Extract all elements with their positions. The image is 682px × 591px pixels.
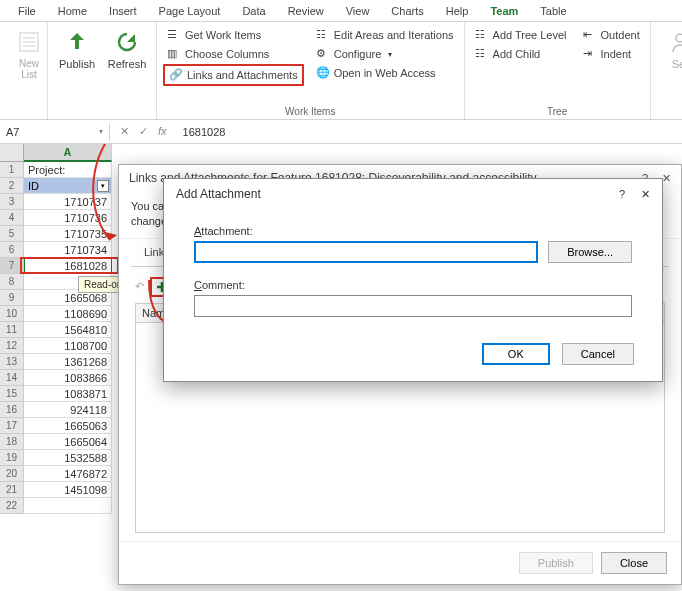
- menu-team[interactable]: Team: [480, 2, 528, 20]
- menu-pagelayout[interactable]: Page Layout: [149, 2, 231, 20]
- select-button: Sel: [657, 26, 682, 72]
- choose-columns-button[interactable]: ▥Choose Columns: [163, 45, 304, 63]
- menu-bar: File Home Insert Page Layout Data Review…: [0, 0, 682, 22]
- data-cell[interactable]: 1665063: [24, 418, 112, 434]
- row-header[interactable]: 21: [0, 482, 24, 498]
- data-cell[interactable]: 1710736: [24, 210, 112, 226]
- accept-formula-icon[interactable]: ✓: [139, 125, 148, 138]
- fx-icon[interactable]: fx: [158, 125, 167, 138]
- refresh-button[interactable]: Refresh: [104, 26, 150, 72]
- new-list-icon: [15, 28, 43, 56]
- undo-icon: ↶: [135, 280, 144, 293]
- menu-data[interactable]: Data: [232, 2, 275, 20]
- row-header[interactable]: 9: [0, 290, 24, 306]
- new-list-button: New List: [6, 26, 52, 82]
- row-header[interactable]: 16: [0, 402, 24, 418]
- menu-charts[interactable]: Charts: [381, 2, 433, 20]
- cancel-formula-icon[interactable]: ✕: [120, 125, 129, 138]
- row-header[interactable]: 1: [0, 162, 24, 178]
- data-cell[interactable]: 1476872: [24, 466, 112, 482]
- close-icon[interactable]: ✕: [641, 188, 650, 201]
- data-cell[interactable]: 1710734: [24, 242, 112, 258]
- data-cell[interactable]: 1710737: [24, 194, 112, 210]
- data-cell[interactable]: 1665064: [24, 434, 112, 450]
- chevron-down-icon[interactable]: ▾: [99, 127, 103, 136]
- data-cell[interactable]: 1532588: [24, 450, 112, 466]
- menu-review[interactable]: Review: [278, 2, 334, 20]
- menu-file[interactable]: File: [8, 2, 46, 20]
- links-attachments-button[interactable]: 🔗Links and Attachments: [163, 64, 304, 86]
- menu-table[interactable]: Table: [530, 2, 576, 20]
- row-header[interactable]: 20: [0, 466, 24, 482]
- row-header[interactable]: 13: [0, 354, 24, 370]
- row-header[interactable]: 14: [0, 370, 24, 386]
- svg-point-4: [676, 34, 682, 42]
- data-cell[interactable]: 1083866: [24, 370, 112, 386]
- data-cell[interactable]: 1681028: [24, 258, 112, 274]
- row-header[interactable]: 19: [0, 450, 24, 466]
- row-header[interactable]: 2: [0, 178, 24, 194]
- add-tree-level-button[interactable]: ☷Add Tree Level: [471, 26, 571, 44]
- data-cell[interactable]: 924118: [24, 402, 112, 418]
- close-dialog-button[interactable]: Close: [601, 552, 667, 574]
- row-header[interactable]: 7: [0, 258, 24, 274]
- row-header[interactable]: 22: [0, 498, 24, 514]
- row-header[interactable]: 11: [0, 322, 24, 338]
- data-cell[interactable]: 1108700: [24, 338, 112, 354]
- outdent-icon: ⇤: [583, 28, 597, 42]
- get-work-items-button: ☰Get Work Items: [163, 26, 304, 44]
- row-header[interactable]: 10: [0, 306, 24, 322]
- data-cell[interactable]: 1108690: [24, 306, 112, 322]
- menu-insert[interactable]: Insert: [99, 2, 147, 20]
- data-cell[interactable]: 1564810: [24, 322, 112, 338]
- open-web-access-button[interactable]: 🌐Open in Web Access: [312, 64, 458, 82]
- attachment-input[interactable]: [194, 241, 538, 263]
- add-attachment-dialog: Add Attachment ?✕ Attachment: Browse... …: [163, 178, 663, 382]
- list-icon: ☰: [167, 28, 181, 42]
- work-items-group-label: Work Items: [163, 104, 458, 117]
- add-child-button[interactable]: ☷Add Child: [471, 45, 571, 63]
- row-header[interactable]: 8: [0, 274, 24, 290]
- project-header-cell[interactable]: Project: Technica: [24, 162, 112, 178]
- publish-button[interactable]: Publish: [54, 26, 100, 72]
- indent-icon: ⇥: [583, 47, 597, 61]
- link-icon: 🔗: [169, 68, 183, 82]
- indent-button[interactable]: ⇥Indent: [579, 45, 644, 63]
- row-header[interactable]: 4: [0, 210, 24, 226]
- comment-input[interactable]: [194, 295, 632, 317]
- help-icon[interactable]: ?: [619, 188, 625, 201]
- formula-value[interactable]: 1681028: [177, 123, 682, 141]
- child-icon: ☷: [475, 47, 489, 61]
- row-header[interactable]: 12: [0, 338, 24, 354]
- comment-label: Comment:: [194, 279, 632, 291]
- close-icon[interactable]: ✕: [662, 172, 671, 185]
- id-header-cell[interactable]: ID▾: [24, 178, 112, 194]
- cancel-button[interactable]: Cancel: [562, 343, 634, 365]
- gear-icon: ⚙: [316, 47, 330, 61]
- data-cell[interactable]: 1710735: [24, 226, 112, 242]
- data-cell[interactable]: 1083871: [24, 386, 112, 402]
- configure-button[interactable]: ⚙Configure▾: [312, 45, 458, 63]
- publish-dialog-button: Publish: [519, 552, 593, 574]
- columns-icon: ▥: [167, 47, 181, 61]
- row-header[interactable]: 6: [0, 242, 24, 258]
- edit-areas-button[interactable]: ☷Edit Areas and Iterations: [312, 26, 458, 44]
- cell-reference-box[interactable]: A7▾: [0, 123, 110, 141]
- row-header[interactable]: 5: [0, 226, 24, 242]
- menu-help[interactable]: Help: [436, 2, 479, 20]
- row-header[interactable]: 17: [0, 418, 24, 434]
- select-all-corner[interactable]: [0, 144, 24, 162]
- column-header-a[interactable]: A: [24, 144, 112, 162]
- ok-button[interactable]: OK: [482, 343, 550, 365]
- data-cell[interactable]: 1451098: [24, 482, 112, 498]
- menu-view[interactable]: View: [336, 2, 380, 20]
- row-header[interactable]: 15: [0, 386, 24, 402]
- row-header[interactable]: 18: [0, 434, 24, 450]
- tree-icon: ☷: [475, 28, 489, 42]
- data-cell[interactable]: 1361268: [24, 354, 112, 370]
- menu-home[interactable]: Home: [48, 2, 97, 20]
- outdent-button[interactable]: ⇤Outdent: [579, 26, 644, 44]
- filter-dropdown-icon[interactable]: ▾: [97, 180, 109, 192]
- row-header[interactable]: 3: [0, 194, 24, 210]
- browse-button[interactable]: Browse...: [548, 241, 632, 263]
